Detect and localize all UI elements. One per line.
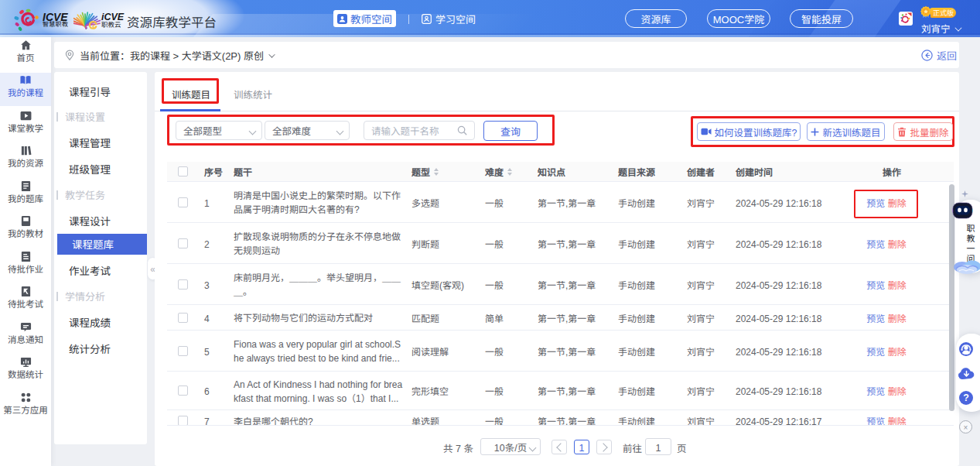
svg-text:?: ? [963, 392, 969, 403]
